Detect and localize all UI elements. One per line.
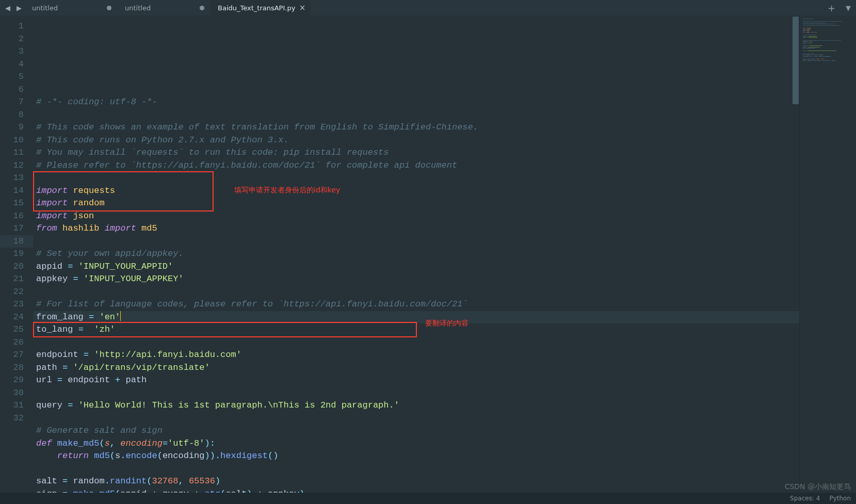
status-spaces[interactable]: Spaces: 4 [790,495,820,502]
code-line-19[interactable]: to_lang = 'zh' [33,323,799,336]
code-line-7[interactable] [33,172,799,185]
nav-forward-icon[interactable]: ▶ [13,4,25,12]
code-line-28[interactable]: def make_md5(s, encoding='utf-8'): [33,437,799,450]
minimap[interactable] [799,15,856,493]
text-cursor [120,311,121,321]
vertical-scrollbar[interactable] [792,15,799,493]
code-line-6[interactable]: # Please refer to `https://api.fanyi.bai… [33,159,799,172]
code-line-1[interactable]: # -*- coding: utf-8 -*- [33,96,799,109]
code-area[interactable]: 填写申请开发者身份后的id和key 要翻译的内容 # -*- coding: u… [33,15,799,493]
code-line-12[interactable] [33,235,799,248]
code-line-20[interactable] [33,336,799,349]
tab-menu-icon[interactable]: ▼ [841,4,856,12]
modified-dot-icon [200,6,204,10]
line-gutter: 1234567891011121314151617181920212223242… [0,15,33,493]
code-line-4[interactable]: # This code runs on Python 2.7.x and Pyt… [33,134,799,147]
code-line-29[interactable]: return md5(s.encode(encoding)).hexdigest… [33,450,799,463]
code-line-17[interactable]: # For list of language codes, please ref… [33,298,799,311]
tab-bar: ◀ ▶ untitleduntitledBaidu_Text_transAPI.… [0,0,856,15]
code-line-9[interactable]: import random [33,197,799,210]
tab-untitled[interactable]: untitled [25,0,118,15]
nav-back-icon[interactable]: ◀ [0,4,13,12]
tab-label: untitled [32,4,58,12]
tab-baidu-text-transapi-py[interactable]: Baidu_Text_transAPI.py× [211,0,311,15]
scroll-thumb[interactable] [793,17,799,104]
code-line-14[interactable]: appid = 'INPUT_YOUR_APPID' [33,261,799,273]
code-line-23[interactable]: url = endpoint + path [33,374,799,387]
tab-label: Baidu_Text_transAPI.py [218,4,295,12]
code-line-8[interactable]: import requests [33,185,799,198]
code-line-27[interactable]: # Generate salt and sign [33,425,799,437]
code-line-15[interactable]: appkey = 'INPUT_YOUR_APPKEY' [33,273,799,286]
close-tab-icon[interactable]: × [299,3,306,12]
code-line-32[interactable]: sign = make_md5(appid + query + str(salt… [33,488,799,493]
code-line-30[interactable] [33,463,799,476]
code-line-2[interactable] [33,109,799,122]
code-editor[interactable]: 1234567891011121314151617181920212223242… [0,15,799,493]
code-line-16[interactable] [33,286,799,299]
code-line-18[interactable]: from_lang = 'en' [33,311,799,324]
code-line-3[interactable]: # This code shows an example of text tra… [33,121,799,134]
code-line-21[interactable]: endpoint = 'http://api.fanyi.baidu.com' [33,349,799,362]
code-line-5[interactable]: # You may install `requests` to run this… [33,147,799,159]
code-line-26[interactable] [33,412,799,425]
status-language[interactable]: Python [829,495,851,502]
code-line-11[interactable]: from hashlib import md5 [33,222,799,235]
code-line-22[interactable]: path = '/api/trans/vip/translate' [33,362,799,375]
tab-label: untitled [125,4,151,12]
modified-dot-icon [107,6,111,10]
code-line-31[interactable]: salt = random.randint(32768, 65536) [33,475,799,488]
code-line-25[interactable]: query = 'Hello World! This is 1st paragr… [33,399,799,412]
status-bar: Spaces: 4 Python [0,493,856,504]
new-tab-button[interactable]: + [822,3,841,13]
code-line-24[interactable] [33,387,799,400]
code-line-10[interactable]: import json [33,210,799,223]
tab-untitled[interactable]: untitled [118,0,211,15]
code-line-13[interactable]: # Set your own appid/appkey. [33,248,799,261]
